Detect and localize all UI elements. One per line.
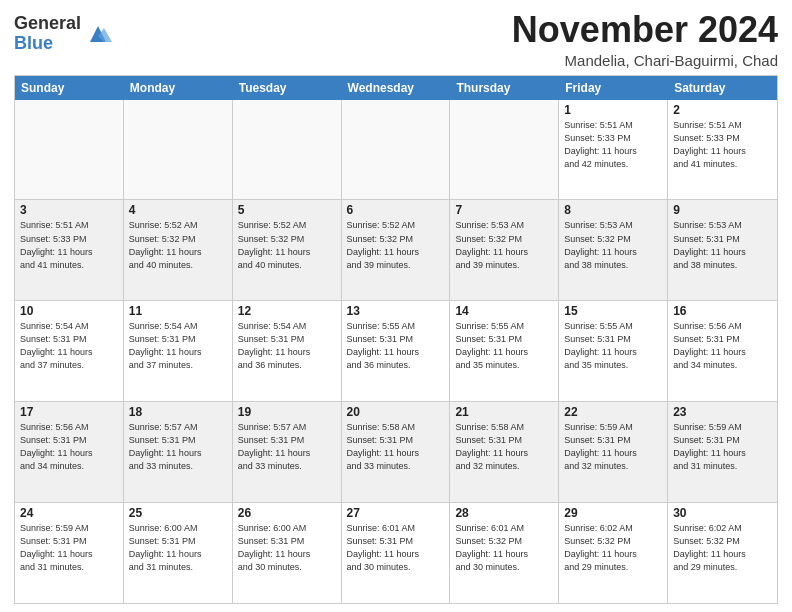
calendar-cell — [124, 100, 233, 200]
day-number: 18 — [129, 405, 227, 419]
day-number: 7 — [455, 203, 553, 217]
calendar-cell: 21Sunrise: 5:58 AM Sunset: 5:31 PM Dayli… — [450, 402, 559, 502]
day-info: Sunrise: 5:53 AM Sunset: 5:31 PM Dayligh… — [673, 219, 772, 271]
calendar-cell: 29Sunrise: 6:02 AM Sunset: 5:32 PM Dayli… — [559, 503, 668, 603]
day-number: 26 — [238, 506, 336, 520]
header-day-sunday: Sunday — [15, 76, 124, 100]
calendar-cell: 28Sunrise: 6:01 AM Sunset: 5:32 PM Dayli… — [450, 503, 559, 603]
day-number: 27 — [347, 506, 445, 520]
day-number: 12 — [238, 304, 336, 318]
calendar-body: 1Sunrise: 5:51 AM Sunset: 5:33 PM Daylig… — [15, 100, 777, 603]
calendar-cell: 12Sunrise: 5:54 AM Sunset: 5:31 PM Dayli… — [233, 301, 342, 401]
calendar-cell: 16Sunrise: 5:56 AM Sunset: 5:31 PM Dayli… — [668, 301, 777, 401]
day-info: Sunrise: 5:52 AM Sunset: 5:32 PM Dayligh… — [347, 219, 445, 271]
day-info: Sunrise: 6:00 AM Sunset: 5:31 PM Dayligh… — [238, 522, 336, 574]
calendar-cell: 1Sunrise: 5:51 AM Sunset: 5:33 PM Daylig… — [559, 100, 668, 200]
header-day-thursday: Thursday — [450, 76, 559, 100]
day-info: Sunrise: 5:58 AM Sunset: 5:31 PM Dayligh… — [455, 421, 553, 473]
logo-blue: Blue — [14, 34, 81, 54]
day-info: Sunrise: 5:56 AM Sunset: 5:31 PM Dayligh… — [20, 421, 118, 473]
logo: General Blue — [14, 14, 112, 54]
calendar-cell: 19Sunrise: 5:57 AM Sunset: 5:31 PM Dayli… — [233, 402, 342, 502]
calendar-cell: 2Sunrise: 5:51 AM Sunset: 5:33 PM Daylig… — [668, 100, 777, 200]
calendar-cell: 20Sunrise: 5:58 AM Sunset: 5:31 PM Dayli… — [342, 402, 451, 502]
day-number: 29 — [564, 506, 662, 520]
day-info: Sunrise: 6:02 AM Sunset: 5:32 PM Dayligh… — [564, 522, 662, 574]
page: General Blue November 2024 Mandelia, Cha… — [0, 0, 792, 612]
calendar-cell: 15Sunrise: 5:55 AM Sunset: 5:31 PM Dayli… — [559, 301, 668, 401]
day-info: Sunrise: 5:54 AM Sunset: 5:31 PM Dayligh… — [20, 320, 118, 372]
day-number: 25 — [129, 506, 227, 520]
day-info: Sunrise: 5:53 AM Sunset: 5:32 PM Dayligh… — [564, 219, 662, 271]
day-info: Sunrise: 5:51 AM Sunset: 5:33 PM Dayligh… — [564, 119, 662, 171]
header-day-saturday: Saturday — [668, 76, 777, 100]
day-info: Sunrise: 5:52 AM Sunset: 5:32 PM Dayligh… — [129, 219, 227, 271]
day-info: Sunrise: 6:01 AM Sunset: 5:31 PM Dayligh… — [347, 522, 445, 574]
day-number: 6 — [347, 203, 445, 217]
calendar-cell: 23Sunrise: 5:59 AM Sunset: 5:31 PM Dayli… — [668, 402, 777, 502]
calendar-cell: 14Sunrise: 5:55 AM Sunset: 5:31 PM Dayli… — [450, 301, 559, 401]
month-title: November 2024 — [512, 10, 778, 50]
calendar-cell: 3Sunrise: 5:51 AM Sunset: 5:33 PM Daylig… — [15, 200, 124, 300]
logo-text: General Blue — [14, 14, 81, 54]
day-number: 16 — [673, 304, 772, 318]
day-number: 8 — [564, 203, 662, 217]
calendar-cell: 4Sunrise: 5:52 AM Sunset: 5:32 PM Daylig… — [124, 200, 233, 300]
logo-icon — [84, 20, 112, 48]
day-number: 14 — [455, 304, 553, 318]
day-info: Sunrise: 5:59 AM Sunset: 5:31 PM Dayligh… — [673, 421, 772, 473]
day-number: 3 — [20, 203, 118, 217]
day-info: Sunrise: 6:02 AM Sunset: 5:32 PM Dayligh… — [673, 522, 772, 574]
day-number: 17 — [20, 405, 118, 419]
day-number: 30 — [673, 506, 772, 520]
calendar-cell: 8Sunrise: 5:53 AM Sunset: 5:32 PM Daylig… — [559, 200, 668, 300]
day-info: Sunrise: 5:52 AM Sunset: 5:32 PM Dayligh… — [238, 219, 336, 271]
calendar-cell: 17Sunrise: 5:56 AM Sunset: 5:31 PM Dayli… — [15, 402, 124, 502]
calendar-cell — [342, 100, 451, 200]
day-number: 11 — [129, 304, 227, 318]
day-info: Sunrise: 6:00 AM Sunset: 5:31 PM Dayligh… — [129, 522, 227, 574]
calendar-cell: 9Sunrise: 5:53 AM Sunset: 5:31 PM Daylig… — [668, 200, 777, 300]
calendar-cell: 30Sunrise: 6:02 AM Sunset: 5:32 PM Dayli… — [668, 503, 777, 603]
day-info: Sunrise: 5:55 AM Sunset: 5:31 PM Dayligh… — [455, 320, 553, 372]
day-info: Sunrise: 5:55 AM Sunset: 5:31 PM Dayligh… — [347, 320, 445, 372]
calendar-cell: 5Sunrise: 5:52 AM Sunset: 5:32 PM Daylig… — [233, 200, 342, 300]
day-info: Sunrise: 5:59 AM Sunset: 5:31 PM Dayligh… — [564, 421, 662, 473]
day-number: 10 — [20, 304, 118, 318]
day-info: Sunrise: 5:53 AM Sunset: 5:32 PM Dayligh… — [455, 219, 553, 271]
calendar: SundayMondayTuesdayWednesdayThursdayFrid… — [14, 75, 778, 604]
calendar-week-1: 1Sunrise: 5:51 AM Sunset: 5:33 PM Daylig… — [15, 100, 777, 201]
day-number: 5 — [238, 203, 336, 217]
day-info: Sunrise: 5:56 AM Sunset: 5:31 PM Dayligh… — [673, 320, 772, 372]
day-number: 22 — [564, 405, 662, 419]
day-number: 28 — [455, 506, 553, 520]
day-number: 1 — [564, 103, 662, 117]
calendar-week-3: 10Sunrise: 5:54 AM Sunset: 5:31 PM Dayli… — [15, 301, 777, 402]
day-number: 13 — [347, 304, 445, 318]
calendar-cell: 6Sunrise: 5:52 AM Sunset: 5:32 PM Daylig… — [342, 200, 451, 300]
calendar-cell: 18Sunrise: 5:57 AM Sunset: 5:31 PM Dayli… — [124, 402, 233, 502]
day-number: 2 — [673, 103, 772, 117]
day-number: 20 — [347, 405, 445, 419]
calendar-cell — [15, 100, 124, 200]
day-info: Sunrise: 6:01 AM Sunset: 5:32 PM Dayligh… — [455, 522, 553, 574]
day-info: Sunrise: 5:58 AM Sunset: 5:31 PM Dayligh… — [347, 421, 445, 473]
calendar-cell: 24Sunrise: 5:59 AM Sunset: 5:31 PM Dayli… — [15, 503, 124, 603]
day-number: 24 — [20, 506, 118, 520]
calendar-cell: 7Sunrise: 5:53 AM Sunset: 5:32 PM Daylig… — [450, 200, 559, 300]
logo-general: General — [14, 14, 81, 34]
calendar-cell: 13Sunrise: 5:55 AM Sunset: 5:31 PM Dayli… — [342, 301, 451, 401]
day-info: Sunrise: 5:57 AM Sunset: 5:31 PM Dayligh… — [129, 421, 227, 473]
day-number: 15 — [564, 304, 662, 318]
day-info: Sunrise: 5:55 AM Sunset: 5:31 PM Dayligh… — [564, 320, 662, 372]
header-day-monday: Monday — [124, 76, 233, 100]
calendar-week-2: 3Sunrise: 5:51 AM Sunset: 5:33 PM Daylig… — [15, 200, 777, 301]
calendar-week-5: 24Sunrise: 5:59 AM Sunset: 5:31 PM Dayli… — [15, 503, 777, 603]
calendar-week-4: 17Sunrise: 5:56 AM Sunset: 5:31 PM Dayli… — [15, 402, 777, 503]
header: General Blue November 2024 Mandelia, Cha… — [14, 10, 778, 69]
day-info: Sunrise: 5:57 AM Sunset: 5:31 PM Dayligh… — [238, 421, 336, 473]
day-number: 19 — [238, 405, 336, 419]
calendar-cell: 22Sunrise: 5:59 AM Sunset: 5:31 PM Dayli… — [559, 402, 668, 502]
calendar-header: SundayMondayTuesdayWednesdayThursdayFrid… — [15, 76, 777, 100]
day-info: Sunrise: 5:59 AM Sunset: 5:31 PM Dayligh… — [20, 522, 118, 574]
